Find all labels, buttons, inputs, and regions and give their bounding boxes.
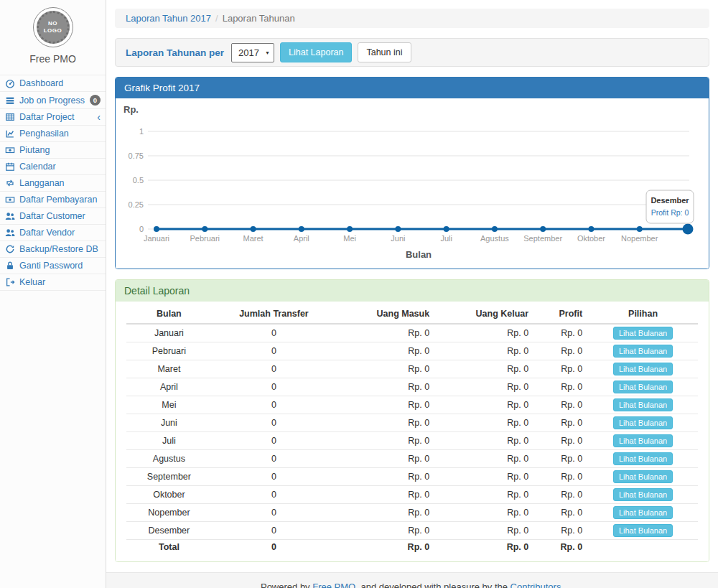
sidebar-item-penghasilan[interactable]: Penghasilan — [0, 126, 106, 142]
sidebar-item-label: Keluar — [19, 277, 45, 287]
sidebar-item-label: Ganti Password — [19, 261, 83, 271]
sidebar-item-daftar-project[interactable]: Daftar Project‹ — [0, 109, 106, 126]
sidebar-item-label: Daftar Pembayaran — [19, 195, 97, 205]
profit-chart[interactable]: 00.250.50.751Rp.JanuariPebruariMaretApri… — [120, 103, 704, 262]
sidebar-item-keluar[interactable]: Keluar — [0, 274, 106, 291]
data-point[interactable] — [395, 226, 401, 232]
tasks-icon — [5, 95, 15, 106]
sidebar-item-label: Daftar Customer — [19, 211, 85, 221]
lihat-bulanan-button[interactable]: Lihat Bulanan — [613, 452, 673, 465]
report-filter-bar: Laporan Tahunan per 2017 ▼ Lihat Laporan… — [115, 38, 709, 67]
breadcrumb-link-laporan-tahun[interactable]: Laporan Tahun 2017 — [126, 13, 211, 24]
logo-block: NO LOGO Free PMO — [0, 0, 106, 67]
cell-jumlah-transfer: 0 — [212, 486, 336, 504]
contributors-link[interactable]: Contributors — [510, 582, 561, 588]
sidebar-item-backup-restore-db[interactable]: Backup/Restore DB — [0, 241, 106, 258]
cell-profit: Rp. 0 — [534, 468, 588, 486]
cell-jumlah-transfer: 0 — [212, 324, 336, 342]
cell-jumlah-transfer: 0 — [212, 360, 336, 378]
svg-text:0: 0 — [139, 225, 144, 233]
no-logo-badge: NO LOGO — [37, 11, 70, 44]
cell-uang-masuk: Rp. 0 — [336, 468, 435, 486]
sidebar-item-langganan[interactable]: Langganan — [0, 175, 106, 192]
lihat-bulanan-button[interactable]: Lihat Bulanan — [613, 363, 673, 375]
data-point[interactable] — [251, 226, 256, 232]
cell-profit: Rp. 0 — [534, 360, 588, 378]
cell-bulan: Agustus — [126, 450, 212, 468]
y-axis-title: Rp. — [123, 104, 139, 115]
table-row: Juni0Rp. 0Rp. 0Rp. 0Lihat Bulanan — [126, 414, 698, 432]
cell-uang-keluar: Rp. 0 — [435, 450, 534, 468]
sidebar-item-daftar-pembayaran[interactable]: Daftar Pembayaran — [0, 192, 106, 208]
cell-bulan: Desember — [126, 522, 212, 540]
lihat-bulanan-button[interactable]: Lihat Bulanan — [613, 434, 673, 447]
sidebar-item-calendar[interactable]: Calendar — [0, 159, 106, 175]
sidebar-item-piutang[interactable]: Piutang — [0, 142, 106, 159]
sidebar-item-label: Penghasilan — [19, 129, 69, 139]
table-row: September0Rp. 0Rp. 0Rp. 0Lihat Bulanan — [126, 468, 698, 486]
svg-text:Profit Rp: 0: Profit Rp: 0 — [651, 208, 689, 217]
data-point[interactable] — [299, 226, 304, 232]
cell-pilihan: Lihat Bulanan — [588, 522, 698, 540]
sidebar: NO LOGO Free PMO DashboardJob on Progres… — [0, 0, 106, 588]
svg-text:1: 1 — [139, 127, 144, 136]
cell-jumlah-transfer: 0 — [212, 468, 336, 486]
column-header-bulan: Bulan — [126, 304, 212, 324]
table-row: Pebruari0Rp. 0Rp. 0Rp. 0Lihat Bulanan — [126, 342, 698, 360]
lihat-bulanan-button[interactable]: Lihat Bulanan — [613, 524, 673, 537]
lihat-bulanan-button[interactable]: Lihat Bulanan — [613, 381, 673, 393]
data-point[interactable] — [637, 226, 643, 232]
breadcrumb-current: Laporan Tahunan — [223, 13, 295, 24]
sidebar-item-daftar-vendor[interactable]: Daftar Vendor — [0, 225, 106, 241]
data-point[interactable] — [588, 226, 594, 232]
lihat-laporan-button[interactable]: Lihat Laporan — [280, 42, 352, 62]
cell-uang-keluar: Rp. 0 — [435, 432, 534, 450]
sidebar-item-ganti-password[interactable]: Ganti Password — [0, 258, 106, 274]
data-point[interactable] — [492, 226, 498, 232]
data-point[interactable] — [202, 226, 208, 232]
lihat-bulanan-button[interactable]: Lihat Bulanan — [613, 327, 673, 340]
detail-report-panel: Detail Laporan BulanJumlah TransferUang … — [115, 279, 709, 562]
sidebar-item-label: Job on Progress — [19, 95, 85, 106]
breadcrumb-separator: / — [215, 13, 218, 24]
data-point[interactable] — [347, 226, 353, 232]
retweet-icon — [5, 178, 15, 188]
footer-text-middle: , and developed with pleasure by the — [355, 582, 510, 588]
cell-profit: Rp. 0 — [534, 450, 588, 468]
cell-uang-keluar: Rp. 0 — [435, 396, 534, 414]
cell-bulan: Nopember — [126, 504, 212, 522]
lihat-bulanan-button[interactable]: Lihat Bulanan — [613, 470, 673, 483]
tahun-ini-button[interactable]: Tahun ini — [358, 42, 411, 62]
sidebar-item-daftar-customer[interactable]: Daftar Customer — [0, 208, 106, 225]
data-point[interactable] — [154, 226, 159, 232]
data-point[interactable] — [444, 226, 449, 232]
cell-profit: Rp. 0 — [534, 486, 588, 504]
table-header-row: BulanJumlah TransferUang MasukUang Kelua… — [126, 304, 698, 324]
sidebar-item-job-on-progress[interactable]: Job on Progress0 — [0, 92, 106, 109]
cell-profit: Rp. 0 — [534, 432, 588, 450]
footer-period: . — [561, 582, 564, 588]
chart-panel-title: Grafik Profit 2017 — [116, 78, 709, 98]
cell-jumlah-transfer: 0 — [212, 432, 336, 450]
cell-profit: Rp. 0 — [534, 324, 588, 342]
lihat-bulanan-button[interactable]: Lihat Bulanan — [613, 416, 673, 429]
sidebar-item-label: Daftar Vendor — [19, 228, 75, 238]
lihat-bulanan-button[interactable]: Lihat Bulanan — [613, 345, 673, 358]
total-uang-keluar: Rp. 0 — [435, 540, 534, 555]
cell-bulan: Oktober — [126, 486, 212, 504]
lihat-bulanan-button[interactable]: Lihat Bulanan — [613, 488, 673, 501]
cell-uang-masuk: Rp. 0 — [336, 522, 435, 540]
data-point[interactable] — [540, 226, 546, 232]
data-point[interactable] — [683, 224, 694, 235]
table-row: Maret0Rp. 0Rp. 0Rp. 0Lihat Bulanan — [126, 360, 698, 378]
cell-profit: Rp. 0 — [534, 342, 588, 360]
free-pmo-link[interactable]: Free PMO — [312, 582, 355, 588]
sidebar-item-label: Piutang — [19, 145, 50, 155]
year-select[interactable]: 2017 — [231, 43, 274, 62]
detail-panel-title: Detail Laporan — [116, 280, 709, 302]
lihat-bulanan-button[interactable]: Lihat Bulanan — [613, 398, 673, 411]
svg-text:Mei: Mei — [343, 234, 356, 243]
cell-jumlah-transfer: 0 — [212, 522, 336, 540]
sidebar-item-dashboard[interactable]: Dashboard — [0, 75, 106, 92]
lihat-bulanan-button[interactable]: Lihat Bulanan — [613, 506, 673, 519]
